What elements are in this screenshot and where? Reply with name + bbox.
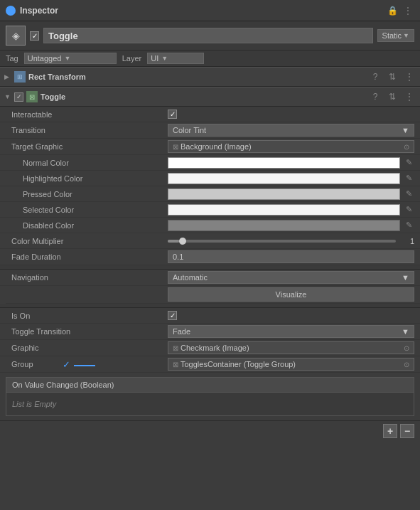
normal-color-swatch[interactable]: [168, 157, 400, 169]
pressed-color-swatch[interactable]: [168, 188, 400, 200]
tag-label: Tag: [6, 54, 18, 63]
visualize-row: Visualize: [6, 286, 420, 304]
selected-color-swatch[interactable]: [168, 204, 400, 216]
graphic-label: Graphic: [11, 344, 168, 352]
selected-color-value: ✎: [168, 204, 414, 216]
rect-transform-title: Rect Transform: [28, 73, 366, 81]
group-row: Group ✓ ⊠ TogglesContainer (Toggle Group…: [0, 356, 420, 373]
normal-color-label: Normal Color: [23, 159, 168, 167]
transition-dropdown-arrow: ▼: [402, 126, 409, 134]
layer-dropdown-arrow: ▼: [161, 55, 168, 62]
group-field[interactable]: ⊠ TogglesContainer (Toggle Group) ⊙: [168, 358, 414, 371]
is-on-value: ✓: [168, 311, 414, 320]
navigation-row: Navigation Automatic ▼: [0, 270, 420, 286]
toggle-component-checkbox[interactable]: ✓: [14, 92, 23, 102]
graphic-field[interactable]: ⊠ Checkmark (Image) ⊙: [168, 341, 414, 354]
pressed-color-pick-icon[interactable]: ✎: [403, 188, 414, 200]
transition-value: Color Tint ▼: [168, 124, 414, 137]
highlighted-color-label: Highlighted Color: [23, 174, 168, 183]
toggle-menu-icon[interactable]: ⋮: [403, 90, 416, 103]
lock-icon[interactable]: 🔒: [386, 4, 399, 17]
group-target-icon[interactable]: ⊙: [404, 361, 409, 368]
toggle-settings-icon[interactable]: ⇅: [386, 90, 399, 103]
toggle-transition-dropdown[interactable]: Fade ▼: [168, 325, 414, 338]
selected-color-pick-icon[interactable]: ✎: [403, 204, 414, 216]
highlighted-color-swatch[interactable]: [168, 173, 400, 184]
toggle-help-icon[interactable]: ?: [369, 90, 382, 103]
layer-label: Layer: [122, 54, 142, 63]
selected-color-label: Selected Color: [23, 206, 168, 214]
target-graphic-value: ⊠ Background (Image) ⊙: [168, 140, 414, 153]
inspector-body: ◈ ✓ Static ▼ Tag Untagged ▼ Layer UI ▼ ▶…: [0, 21, 420, 510]
target-graphic-label: Target Graphic: [11, 142, 168, 151]
transition-row: Transition Color Tint ▼: [0, 122, 420, 139]
rect-transform-help-icon[interactable]: ?: [369, 70, 382, 83]
is-on-checkbox[interactable]: ✓: [168, 311, 177, 320]
layer-dropdown[interactable]: UI ▼: [147, 53, 204, 64]
color-multiplier-label: Color Multiplier: [11, 237, 168, 245]
object-name-input[interactable]: [43, 28, 373, 43]
static-button[interactable]: Static ▼: [377, 29, 414, 42]
title-bar-actions: 🔒 ⋮: [386, 4, 414, 17]
group-blue-check-icon: ✓: [63, 359, 70, 370]
tag-layer-row: Tag Untagged ▼ Layer UI ▼: [0, 51, 420, 67]
add-component-button[interactable]: +: [383, 424, 397, 438]
target-graphic-field[interactable]: ⊠ Background (Image) ⊙: [168, 140, 414, 153]
rect-transform-icon: ⊞: [14, 71, 26, 83]
disabled-color-pick-icon[interactable]: ✎: [403, 220, 414, 231]
color-multiplier-fill: [168, 240, 179, 243]
interactable-value: ✓: [168, 110, 414, 119]
target-graphic-target-icon[interactable]: ⊙: [404, 143, 409, 151]
transition-dropdown[interactable]: Color Tint ▼: [168, 124, 414, 137]
rect-transform-settings-icon[interactable]: ⇅: [386, 70, 399, 83]
rect-transform-actions: ? ⇅ ⋮: [369, 70, 416, 83]
object-header: ◈ ✓ Static ▼: [0, 21, 420, 51]
toggle-transition-row: Toggle Transition Fade ▼: [0, 324, 420, 340]
rect-transform-section[interactable]: ▶ ⊞ Rect Transform ? ⇅ ⋮: [0, 67, 420, 87]
fade-duration-row: Fade Duration: [0, 249, 420, 265]
title-bar: Inspector 🔒 ⋮: [0, 0, 420, 21]
navigation-dropdown-arrow: ▼: [402, 273, 409, 282]
toggle-section[interactable]: ▼ ✓ ⊠ Toggle ? ⇅ ⋮: [0, 87, 420, 107]
graphic-value: ⊠ Checkmark (Image) ⊙: [168, 341, 414, 354]
fade-duration-label: Fade Duration: [11, 253, 168, 261]
inspector-title: Inspector: [20, 6, 382, 16]
static-dropdown-arrow: ▼: [403, 32, 409, 39]
is-on-label: Is On: [11, 312, 168, 320]
fade-duration-input[interactable]: [168, 250, 414, 263]
rect-transform-menu-icon[interactable]: ⋮: [403, 70, 416, 83]
color-multiplier-row: Color Multiplier 1: [0, 233, 420, 249]
tag-dropdown[interactable]: Untagged ▼: [24, 53, 117, 64]
remove-component-button[interactable]: −: [400, 424, 414, 438]
toggle-section-actions: ? ⇅ ⋮: [369, 90, 416, 103]
color-multiplier-value: 1: [168, 237, 414, 245]
normal-color-pick-icon[interactable]: ✎: [403, 157, 414, 169]
navigation-value: Automatic ▼: [168, 271, 414, 284]
pressed-color-value: ✎: [168, 188, 414, 200]
selected-color-row: Selected Color ✎: [0, 202, 420, 218]
normal-color-row: Normal Color ✎: [0, 155, 420, 171]
object-active-checkbox[interactable]: ✓: [30, 31, 39, 41]
toggle-transition-label: Toggle Transition: [11, 327, 168, 336]
highlighted-color-pick-icon[interactable]: ✎: [403, 173, 414, 184]
visualize-button[interactable]: Visualize: [168, 287, 414, 302]
color-multiplier-track[interactable]: [168, 240, 396, 243]
graphic-target-icon[interactable]: ⊙: [404, 344, 409, 352]
is-on-row: Is On ✓: [0, 308, 420, 324]
disabled-color-swatch[interactable]: [168, 220, 400, 231]
object-type-icon: ◈: [6, 26, 26, 46]
inspector-icon: [6, 6, 16, 16]
menu-icon[interactable]: ⋮: [402, 4, 414, 17]
event-empty-label: List is Empty: [6, 393, 414, 415]
toggle-transition-value: Fade ▼: [168, 325, 414, 338]
target-graphic-row: Target Graphic ⊠ Background (Image) ⊙: [0, 139, 420, 155]
disabled-color-value: ✎: [168, 220, 414, 231]
color-multiplier-number: 1: [400, 237, 414, 245]
pressed-color-row: Pressed Color ✎: [0, 186, 420, 202]
interactable-checkbox[interactable]: ✓: [168, 110, 177, 119]
event-box: On Value Changed (Boolean) List is Empty: [6, 377, 414, 416]
navigation-dropdown[interactable]: Automatic ▼: [168, 271, 414, 284]
normal-color-value: ✎: [168, 157, 414, 169]
group-value: ⊠ TogglesContainer (Toggle Group) ⊙: [168, 358, 414, 371]
color-multiplier-thumb[interactable]: [179, 238, 186, 245]
